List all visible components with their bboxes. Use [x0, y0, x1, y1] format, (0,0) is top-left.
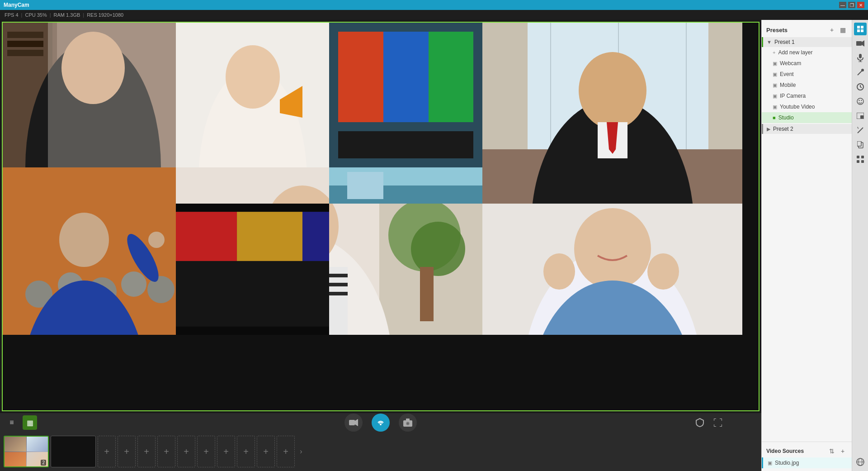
sidebar-audio-button[interactable]	[854, 52, 867, 64]
preset-item-add-layer[interactable]: + Add new layer	[762, 47, 852, 58]
video-cell-9[interactable]	[482, 204, 742, 335]
sidebar-clock-button[interactable]	[854, 81, 867, 93]
vs-sort-button[interactable]: ⇅	[827, 447, 836, 456]
preview-area: ≡ ▦	[0, 20, 761, 471]
svg-point-36	[121, 271, 146, 297]
scene-add-9[interactable]: +	[257, 436, 275, 467]
video-sources-section: Video Sources ⇅ + ▣ Studio.jpg	[762, 442, 852, 471]
svg-rect-9	[176, 23, 329, 167]
svg-rect-105	[857, 160, 859, 163]
svg-rect-106	[861, 160, 864, 163]
svg-rect-58	[237, 212, 302, 261]
studio-icon: ■	[773, 115, 776, 120]
svg-rect-64	[482, 204, 742, 335]
mobile-icon: ▣	[773, 82, 777, 88]
scene-add-5[interactable]: +	[177, 436, 195, 467]
svg-point-39	[59, 213, 109, 267]
sidebar-layers-button[interactable]	[854, 23, 867, 35]
svg-point-94	[859, 100, 859, 101]
video-cell-5[interactable]	[3, 167, 176, 335]
scene-add-7[interactable]: +	[217, 436, 235, 467]
svg-rect-54	[176, 212, 329, 327]
sidebar-copy-button[interactable]	[854, 138, 867, 151]
event-label: Event	[780, 71, 794, 77]
video-button[interactable]	[344, 414, 363, 432]
svg-point-95	[861, 100, 862, 101]
svg-rect-81	[857, 29, 860, 32]
window-controls: — ❐ ✕	[839, 2, 864, 8]
svg-rect-20	[338, 131, 473, 158]
scene-add-1[interactable]: +	[98, 436, 116, 467]
preset-item-mobile[interactable]: ▣ Mobile	[762, 80, 852, 90]
scene-thumb-1[interactable]: 2	[4, 436, 49, 467]
vs-add-button[interactable]: +	[838, 447, 847, 456]
svg-rect-21	[482, 23, 742, 204]
sidebar-globe-button[interactable]	[854, 456, 867, 468]
add-layer-label: Add new layer	[778, 49, 812, 56]
presets-title: Presets	[766, 27, 788, 33]
svg-rect-59	[302, 212, 329, 261]
restore-button[interactable]: ❐	[848, 2, 855, 8]
fullscreen-button[interactable]	[711, 415, 725, 430]
webcam-label: Webcam	[780, 60, 801, 67]
broadcast-button[interactable]	[372, 414, 390, 432]
preset-item-studio[interactable]: ■ Studio	[762, 112, 852, 123]
grid-view-button[interactable]: ▦	[23, 415, 37, 430]
preset-item-event[interactable]: ▣ Event	[762, 69, 852, 80]
preset-group-1-header[interactable]: ▼ Preset 1	[762, 37, 852, 47]
scene-add-8[interactable]: +	[237, 436, 255, 467]
scene-add-4[interactable]: +	[157, 436, 175, 467]
scene-add-3[interactable]: +	[137, 436, 156, 467]
svg-point-43	[388, 199, 461, 271]
svg-rect-2	[3, 23, 52, 167]
svg-point-27	[531, 100, 694, 204]
preset-item-youtube[interactable]: ▣ Youtube Video	[762, 101, 852, 112]
shield-button[interactable]	[693, 415, 707, 430]
sidebar-face-button[interactable]	[854, 95, 867, 108]
preset-grid-button[interactable]: ▦	[838, 25, 847, 34]
list-view-button[interactable]: ≡	[5, 415, 19, 430]
svg-rect-5	[7, 50, 43, 56]
scene-add-10[interactable]: +	[277, 436, 295, 467]
preset-group-2-header[interactable]: ▶ Preset 2	[762, 124, 852, 134]
ip-camera-label: IP Camera	[780, 93, 806, 99]
svg-point-28	[579, 52, 646, 129]
scene-add-2[interactable]: +	[118, 436, 136, 467]
video-cell-4[interactable]	[482, 23, 742, 204]
scene-nav-next[interactable]: ›	[297, 436, 306, 467]
scene-add-6[interactable]: +	[197, 436, 215, 467]
video-cell-1[interactable]	[3, 23, 176, 167]
svg-rect-17	[338, 32, 383, 122]
svg-point-38	[21, 281, 147, 335]
video-cell-8[interactable]	[329, 167, 482, 204]
status-bar: FPS 4 | CPU 35% | RAM 1.3GB | RES 1920×1…	[0, 10, 868, 20]
sidebar-pip-button[interactable]	[854, 109, 867, 122]
svg-rect-29	[598, 122, 627, 158]
preset-item-ip-camera[interactable]: ▣ IP Camera	[762, 90, 852, 101]
sidebar-wand-button[interactable]	[854, 124, 867, 137]
sidebar-effects-button[interactable]	[854, 66, 867, 79]
svg-rect-97	[860, 115, 863, 119]
close-button[interactable]: ✕	[857, 2, 864, 8]
svg-rect-0	[3, 23, 176, 167]
svg-rect-104	[861, 156, 864, 158]
preset-add-button[interactable]: +	[827, 25, 836, 34]
svg-marker-84	[862, 40, 864, 47]
app-title: ManyCam	[4, 2, 29, 8]
svg-rect-80	[861, 26, 863, 29]
video-cell-7[interactable]	[176, 204, 329, 335]
svg-rect-26	[482, 149, 742, 204]
status-cpu: CPU 35%	[25, 12, 47, 18]
scene-thumb-2[interactable]	[51, 436, 96, 467]
video-cell-2[interactable]	[176, 23, 329, 167]
svg-point-68	[531, 281, 694, 335]
sidebar-grid-button[interactable]	[854, 153, 867, 166]
video-cell-3[interactable]	[329, 23, 482, 167]
preset-item-webcam[interactable]: ▣ Webcam	[762, 58, 852, 69]
minimize-button[interactable]: —	[839, 2, 846, 8]
screenshot-button[interactable]	[399, 414, 417, 432]
svg-rect-78	[406, 419, 410, 421]
sidebar-camera-button[interactable]	[854, 37, 867, 50]
svg-rect-22	[528, 23, 708, 149]
vs-item-studio[interactable]: ▣ Studio.jpg	[762, 457, 852, 468]
